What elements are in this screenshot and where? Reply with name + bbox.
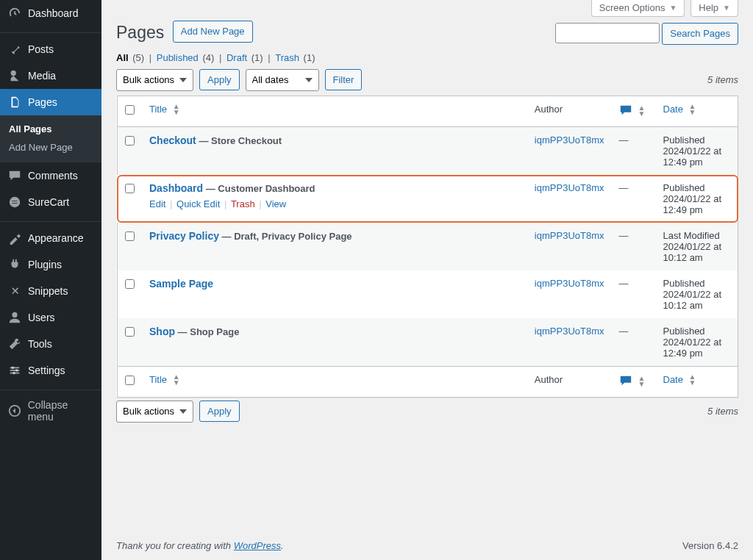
sidebar-item-snippets[interactable]: Snippets [0,278,101,304]
sort-arrows-icon: ▲▼ [173,104,180,115]
view-filter-trash[interactable]: Trash [275,52,299,63]
apply-button-bottom[interactable]: Apply [199,401,240,423]
apply-button-top[interactable]: Apply [199,69,240,91]
help-button[interactable]: Help ▼ [690,0,738,17]
sidebar-item-label: Snippets [28,285,68,297]
row-title-link[interactable]: Privacy Policy [149,230,219,242]
row-action-edit[interactable]: Edit [149,198,165,209]
column-date-sort[interactable]: Date ▲▼ [663,104,696,115]
bulk-actions-select-bottom[interactable]: Bulk actions [116,401,193,423]
search-bar: Search Pages [555,23,738,45]
row-checkbox[interactable] [125,279,135,289]
svg-point-8 [13,372,15,375]
sidebar-item-users[interactable]: Users [0,304,101,331]
sort-arrows-icon: ▲▼ [689,374,696,386]
table-row: Sample PageEdit | Quick Edit | Trash | V… [117,270,738,318]
sidebar-item-surecart[interactable]: SureCart [0,189,101,215]
date-cell: Published2024/01/22 at12:49 pm [656,175,738,223]
sidebar-item-settings[interactable]: Settings [0,357,101,384]
items-count-bottom: 5 items [707,406,738,417]
row-action-view[interactable]: View [265,198,286,209]
column-comments-sort[interactable]: ▲▼ [619,374,646,390]
sidebar-item-media[interactable]: Media [0,62,101,89]
column-date-label: Date [663,104,683,115]
column-title-sort[interactable]: Title ▲▼ [149,104,180,115]
snippets-icon [7,284,22,298]
sidebar-item-comments[interactable]: Comments [0,162,101,189]
appearance-icon [7,231,22,245]
column-title-sort[interactable]: Title ▲▼ [149,374,180,385]
date-filter-select[interactable]: All dates [246,69,319,91]
author-link[interactable]: iqmPP3UoT8mx [535,182,604,193]
sidebar-item-appearance[interactable]: Appearance [0,225,101,251]
row-action-quick-edit[interactable]: Quick Edit [176,198,220,209]
sidebar-subitem-add-new-page[interactable]: Add New Page [0,138,101,157]
author-link[interactable]: iqmPP3UoT8mx [535,230,604,241]
row-title-link[interactable]: Checkout [149,134,196,146]
sidebar-item-label: Posts [28,43,54,55]
settings-icon [7,363,22,378]
sidebar-item-label: Comments [28,170,78,182]
select-all-bottom[interactable] [125,376,135,385]
help-label: Help [699,2,718,13]
items-count-top: 5 items [707,74,738,85]
column-date-sort[interactable]: Date ▲▼ [663,374,696,385]
svg-point-0 [11,71,16,76]
row-action-trash[interactable]: Trash [231,198,255,209]
sidebar-item-tools[interactable]: Tools [0,331,101,357]
sidebar-item-label: Dashboard [28,7,79,19]
screen-meta-bar: Screen Options ▼ Help ▼ [116,0,738,17]
column-comments-sort[interactable]: ▲▼ [619,104,646,119]
admin-footer: Thank you for creating with WordPress. V… [101,533,753,560]
sidebar-item-pages[interactable]: Pages [0,89,101,115]
collapse-icon [7,403,22,418]
row-checkbox[interactable] [125,327,135,337]
footer-version: Version 6.4.2 [682,540,738,551]
author-link[interactable]: iqmPP3UoT8mx [535,326,604,337]
sidebar-item-collapse[interactable]: Collapse menu [0,393,101,428]
tablenav-top: Bulk actions Apply All dates Filter 5 it… [116,69,738,91]
add-new-page-button[interactable]: Add New Page [173,21,253,43]
sidebar-item-posts[interactable]: Posts [0,36,101,62]
svg-point-7 [15,369,18,372]
wordpress-link[interactable]: WordPress [234,540,281,551]
comments-icon [7,168,22,183]
author-link[interactable]: iqmPP3UoT8mx [535,134,604,146]
row-title-link[interactable]: Dashboard [149,182,203,194]
comment-icon [619,104,632,119]
view-filter-published[interactable]: Published [157,52,199,63]
row-checkbox[interactable] [125,136,135,146]
view-filter-count: (4) [200,52,215,63]
sidebar-item-plugins[interactable]: Plugins [0,251,101,278]
search-pages-button[interactable]: Search Pages [662,23,738,45]
pages-icon [7,95,22,110]
filter-button[interactable]: Filter [325,69,363,91]
row-title-link[interactable]: Sample Page [149,278,213,290]
screen-options-button[interactable]: Screen Options ▼ [591,0,685,17]
author-link[interactable]: iqmPP3UoT8mx [535,278,604,289]
sort-arrows-icon: ▲▼ [689,104,696,115]
plugins-icon [7,257,22,272]
row-checkbox[interactable] [125,231,135,241]
view-filter-draft[interactable]: Draft [226,52,247,63]
row-checkbox[interactable] [125,184,135,193]
tools-icon [7,337,22,351]
row-title-link[interactable]: Shop [149,326,175,337]
svg-point-2 [12,312,17,317]
select-all-top[interactable] [125,105,135,115]
search-pages-input[interactable] [555,23,660,43]
sidebar-item-dashboard[interactable]: Dashboard [0,0,101,26]
column-date-label: Date [663,374,683,385]
main-content: Screen Options ▼ Help ▼ Pages Add New Pa… [101,0,753,560]
view-filter-count: (1) [301,52,315,63]
sort-arrows-icon: ▲▼ [638,105,646,117]
sidebar-submenu-pages: All Pages Add New Page [0,115,101,162]
admin-sidebar: Dashboard Posts Media Pages All Pages Ad… [0,0,101,560]
sidebar-subitem-all-pages[interactable]: All Pages [0,120,101,138]
surecart-icon [7,195,22,209]
page-title: Pages [116,23,170,43]
sidebar-item-label: Appearance [28,232,84,244]
view-filter-all[interactable]: All [116,52,129,63]
bulk-actions-select-top[interactable]: Bulk actions [116,69,193,91]
media-icon [7,68,22,83]
